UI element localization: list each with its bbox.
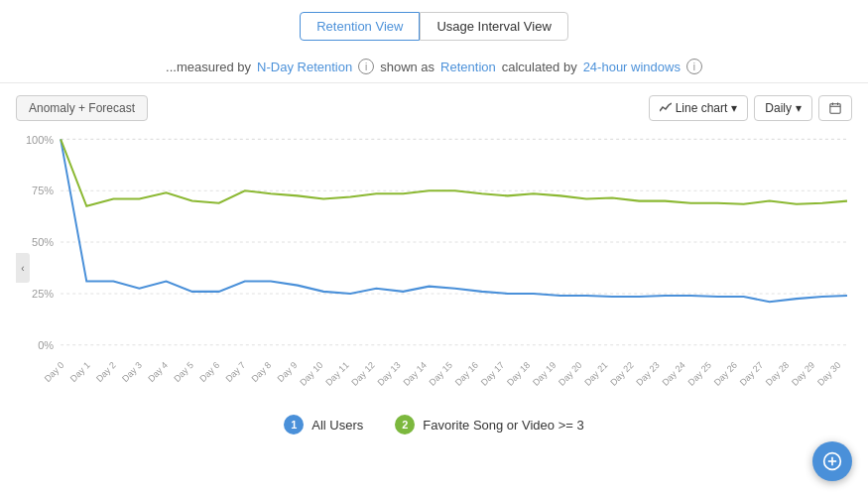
n-day-retention-link[interactable]: N-Day Retention [257, 60, 352, 74]
chart-legend: 1 All Users 2 Favorite Song or Video >= … [0, 407, 868, 440]
line-chart-icon [660, 102, 672, 114]
svg-text:Day 0: Day 0 [43, 360, 66, 384]
svg-text:25%: 25% [32, 288, 54, 300]
svg-text:Day 15: Day 15 [428, 360, 454, 388]
measured-by-info-icon[interactable]: i [358, 59, 374, 74]
measured-by-bar: ...measured by N-Day Retention i shown a… [0, 51, 868, 83]
daily-chevron: ▾ [796, 101, 802, 115]
chart-controls: Line chart ▾ Daily ▾ [649, 95, 852, 121]
favorite-label: Favorite Song or Video >= 3 [423, 418, 583, 433]
svg-text:Day 28: Day 28 [764, 360, 791, 388]
svg-text:Day 18: Day 18 [505, 360, 532, 388]
svg-text:Day 14: Day 14 [402, 360, 429, 388]
svg-text:Day 11: Day 11 [323, 360, 350, 388]
scroll-left-handle[interactable]: ‹ [16, 253, 30, 283]
legend-item-favorite: 2 Favorite Song or Video >= 3 [395, 415, 583, 435]
svg-text:Day 5: Day 5 [172, 360, 195, 384]
svg-text:Day 17: Day 17 [479, 360, 506, 388]
fab-button[interactable] [812, 441, 852, 481]
usage-interval-tab[interactable]: Usage Interval View [420, 12, 567, 41]
measured-by-prefix: ...measured by [166, 60, 251, 74]
svg-text:Day 8: Day 8 [250, 360, 274, 384]
chart-svg: 100% 75% 50% 25% 0% Day 0 Day 1 Day 2 Da… [16, 129, 852, 407]
calendar-icon [829, 102, 841, 114]
line-chart-button[interactable]: Line chart ▾ [649, 95, 749, 121]
calculated-by-info-icon[interactable]: i [686, 59, 702, 74]
anomaly-forecast-button[interactable]: Anomaly + Forecast [16, 95, 148, 121]
daily-label: Daily [765, 101, 792, 115]
calculated-by-prefix: calculated by [502, 60, 577, 74]
fab-icon [822, 451, 842, 471]
svg-text:Day 26: Day 26 [712, 360, 739, 388]
svg-text:50%: 50% [32, 236, 54, 248]
svg-text:Day 3: Day 3 [120, 360, 144, 384]
shown-as-prefix: shown as [380, 60, 434, 74]
daily-button[interactable]: Daily ▾ [754, 95, 812, 121]
svg-text:Day 7: Day 7 [224, 360, 248, 384]
svg-text:Day 16: Day 16 [453, 360, 480, 388]
24-hour-windows-link[interactable]: 24-hour windows [583, 60, 681, 74]
svg-text:Day 1: Day 1 [68, 360, 92, 384]
svg-text:Day 25: Day 25 [686, 360, 713, 388]
retention-view-tab[interactable]: Retention View [300, 12, 420, 41]
calendar-button[interactable] [818, 95, 852, 121]
svg-text:Day 19: Day 19 [531, 360, 558, 388]
svg-text:Day 6: Day 6 [198, 360, 222, 384]
svg-text:100%: 100% [26, 133, 54, 145]
svg-text:Day 27: Day 27 [738, 360, 765, 388]
svg-text:Day 30: Day 30 [815, 360, 842, 388]
line-chart-chevron: ▾ [731, 101, 737, 115]
line-chart-label: Line chart [676, 101, 728, 115]
svg-text:Day 10: Day 10 [298, 360, 324, 388]
retention-link[interactable]: Retention [440, 60, 496, 74]
svg-text:Day 24: Day 24 [661, 360, 687, 388]
svg-text:Day 13: Day 13 [376, 360, 403, 388]
all-users-label: All Users [311, 418, 363, 433]
svg-text:Day 9: Day 9 [276, 360, 300, 384]
view-toggle: Retention View Usage Interval View [0, 0, 868, 51]
svg-text:Day 23: Day 23 [635, 360, 662, 388]
favorite-badge: 2 [395, 415, 415, 435]
svg-text:Day 20: Day 20 [557, 360, 583, 388]
svg-text:75%: 75% [32, 185, 54, 196]
svg-text:Day 29: Day 29 [790, 360, 816, 388]
chart-container: Anomaly + Forecast Line chart ▾ Daily ▾ [0, 83, 868, 407]
chart-toolbar: Anomaly + Forecast Line chart ▾ Daily ▾ [16, 95, 852, 121]
svg-rect-0 [830, 104, 840, 113]
svg-text:Day 12: Day 12 [350, 360, 377, 388]
svg-text:Day 22: Day 22 [608, 360, 635, 388]
svg-text:Day 21: Day 21 [582, 360, 609, 388]
chart-area: ‹ 100% 75% 50% 25% 0% Day 0 Day 1 Day 2 [16, 129, 852, 407]
legend-item-all-users: 1 All Users [284, 415, 363, 435]
all-users-badge: 1 [284, 415, 304, 435]
svg-text:Day 4: Day 4 [146, 360, 170, 384]
svg-text:0%: 0% [38, 339, 54, 351]
svg-text:Day 2: Day 2 [94, 360, 118, 384]
